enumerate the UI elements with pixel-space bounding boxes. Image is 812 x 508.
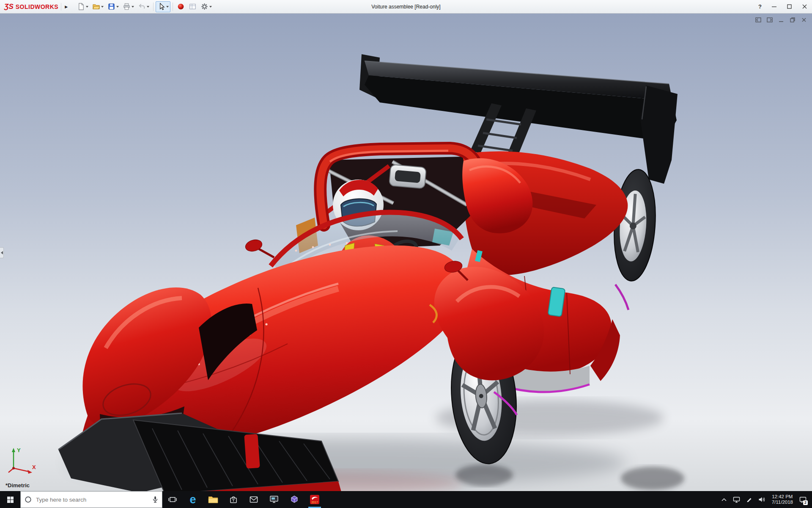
network-icon — [733, 497, 740, 503]
close-icon — [802, 4, 807, 9]
triad-y-label: Y — [17, 447, 21, 453]
toolbar-separator — [153, 3, 154, 11]
undo-button[interactable] — [136, 1, 151, 12]
pen-icon — [746, 497, 752, 502]
appearance-sphere-icon — [177, 3, 185, 11]
dropdown-caret[interactable] — [132, 6, 134, 8]
action-center-button[interactable]: 2 — [798, 493, 808, 506]
tray-volume-button[interactable] — [757, 493, 767, 506]
search-input[interactable] — [20, 491, 162, 508]
windows-logo-icon — [7, 496, 14, 503]
select-arrow-icon — [157, 3, 165, 11]
minimize-button[interactable] — [766, 0, 782, 13]
dropdown-caret[interactable] — [116, 6, 119, 8]
app-icon-monitor[interactable] — [264, 491, 284, 508]
app-icon-3d-viewer[interactable] — [284, 491, 304, 508]
speaker-icon — [758, 497, 765, 502]
open-button[interactable] — [91, 1, 105, 12]
system-tray: 12:42 PM 7/11/2018 2 — [719, 491, 812, 508]
drawing-sheet-button[interactable] — [187, 1, 198, 12]
pane-right-button[interactable] — [766, 16, 774, 24]
clock[interactable]: 12:42 PM 7/11/2018 — [770, 494, 795, 505]
menu-expand-arrow[interactable]: ▶ — [61, 3, 71, 11]
model-scene[interactable] — [0, 14, 812, 491]
gear-icon — [200, 3, 208, 11]
notification-badge: 2 — [803, 500, 808, 505]
close-button[interactable] — [797, 0, 812, 13]
options-button[interactable] — [199, 1, 214, 12]
doc-minimize-button[interactable] — [777, 16, 785, 24]
maximize-button[interactable] — [782, 0, 797, 13]
appearances-button[interactable] — [175, 1, 187, 12]
minimize-icon — [772, 4, 776, 9]
cube-icon — [290, 495, 299, 504]
tray-network-button[interactable] — [732, 493, 742, 506]
feature-panel-expand-tab[interactable] — [0, 247, 4, 258]
select-tool-button[interactable] — [156, 1, 170, 12]
dropdown-caret[interactable] — [86, 6, 88, 8]
windows-taskbar: e — [0, 491, 812, 508]
save-icon — [107, 3, 115, 11]
start-button[interactable] — [0, 491, 20, 508]
tray-pen-button[interactable] — [744, 493, 754, 506]
mail-icon — [250, 496, 258, 503]
new-document-button[interactable] — [75, 1, 90, 12]
dropdown-caret[interactable] — [147, 6, 149, 8]
reference-triad[interactable]: Y X — [5, 444, 39, 480]
task-view-icon — [168, 496, 177, 503]
pane-left-button[interactable] — [754, 16, 762, 24]
edge-icon: e — [189, 494, 196, 505]
app-icon-solidworks[interactable]: 2017 — [304, 491, 325, 508]
dropdown-caret[interactable] — [209, 6, 212, 8]
dropdown-caret[interactable] — [166, 6, 169, 8]
clock-date: 7/11/2018 — [772, 500, 793, 505]
solidworks-brand: ƷS SOLIDWORKS — [4, 3, 58, 11]
window-controls: ? — [754, 0, 812, 13]
maximize-icon — [787, 4, 792, 9]
new-document-icon — [77, 3, 85, 11]
clock-time: 12:42 PM — [772, 494, 793, 500]
store-bag-icon — [229, 495, 238, 504]
app-icon-file-explorer[interactable] — [203, 491, 223, 508]
print-button[interactable] — [121, 1, 136, 12]
drawing-sheet-icon — [189, 3, 197, 11]
svg-text:2017: 2017 — [311, 501, 318, 504]
taskbar-search — [20, 491, 162, 508]
document-window-controls — [754, 16, 808, 24]
graphics-area[interactable]: Y X *Dimetric — [0, 14, 812, 491]
doc-restore-button[interactable] — [789, 16, 796, 24]
triad-x-label: X — [32, 464, 36, 470]
open-icon — [92, 3, 100, 11]
solidworks-app-icon: 2017 — [310, 494, 320, 505]
app-icon-edge[interactable]: e — [183, 491, 203, 508]
toolbar-separator — [173, 3, 173, 11]
microphone-icon[interactable] — [152, 496, 159, 503]
app-icon-store[interactable] — [223, 491, 244, 508]
brand-name: SOLIDWORKS — [16, 3, 58, 10]
task-view-button[interactable] — [162, 491, 183, 508]
app-icon-mail[interactable] — [244, 491, 264, 508]
view-orientation-label: *Dimetric — [5, 482, 30, 489]
chevron-up-icon — [721, 498, 727, 501]
help-button[interactable]: ? — [754, 0, 766, 13]
folder-icon — [208, 495, 218, 504]
cortana-icon — [25, 496, 32, 503]
standard-toolbar — [75, 1, 214, 12]
monitor-icon — [269, 495, 279, 504]
undo-icon — [138, 3, 146, 11]
document-title: Voiture assemblee [Read-only] — [371, 4, 440, 10]
save-button[interactable] — [106, 1, 121, 12]
dropdown-caret[interactable] — [101, 6, 104, 8]
doc-close-button[interactable] — [800, 16, 808, 24]
tray-chevron-button[interactable] — [719, 493, 729, 506]
solidworks-window: ƷS SOLIDWORKS ▶ — [0, 0, 812, 508]
titlebar: ƷS SOLIDWORKS ▶ — [0, 0, 812, 14]
chevron-left-icon — [1, 251, 3, 254]
print-icon — [123, 3, 131, 11]
ds-logo: ƷS — [4, 3, 14, 11]
